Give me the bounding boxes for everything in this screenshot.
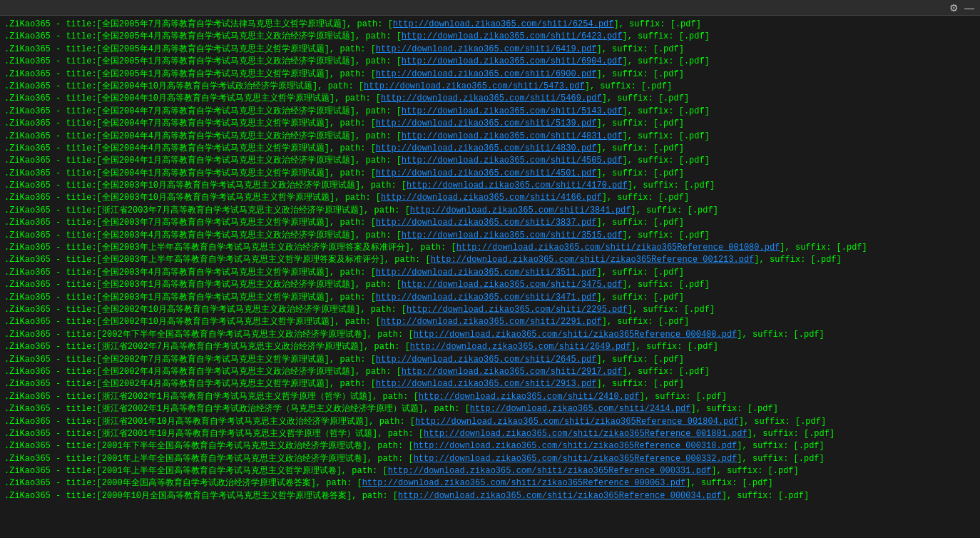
log-line: .ZiKao365 - title:[全国2004年4月高等教育自学考试马克思主…: [4, 131, 976, 143]
log-link[interactable]: http://download.zikao365.com/shiti/zikao…: [424, 429, 747, 439]
log-line: .ZiKao365 - title:[全国2003年4月高等教育自学考试马克思主…: [4, 230, 976, 242]
log-link[interactable]: http://download.zikao365.com/shiti/4170.…: [407, 181, 628, 191]
log-link[interactable]: http://download.zikao365.com/shiti/4501.…: [376, 168, 597, 178]
log-link[interactable]: http://download.zikao365.com/shiti/2913.…: [376, 379, 597, 389]
log-link[interactable]: http://download.zikao365.com/shiti/3471.…: [376, 293, 597, 303]
log-line: .ZiKao365 - title:[全国2005年1月高等教育自学考试马克思主…: [4, 68, 976, 81]
log-link[interactable]: http://download.zikao365.com/shiti/2414.…: [470, 404, 691, 414]
log-link[interactable]: http://download.zikao365.com/shiti/3475.…: [402, 280, 623, 290]
log-link[interactable]: http://download.zikao365.com/shiti/5469.…: [381, 93, 602, 103]
log-line: .ZiKao365 - title:[2001年上半年全国高等教育自学考试马克思…: [4, 465, 976, 477]
log-line: .ZiKao365 - title:[全国2003年1月高等教育自学考试马克思主…: [4, 292, 976, 304]
log-link[interactable]: http://download.zikao365.com/shiti/5139.…: [376, 118, 597, 128]
log-link[interactable]: http://download.zikao365.com/shiti/6900.…: [376, 69, 597, 79]
log-line: .ZiKao365 - title:[2000年10月全国高等教育自学考试马克思…: [4, 490, 976, 502]
log-line: .ZiKao365 - title:[2002年下半年全国高等教育自学考试马克思…: [4, 329, 976, 341]
log-line: .ZiKao365 - title:[浙江省2002年1月高等教育自学考试马克思…: [4, 391, 976, 403]
log-line: .ZiKao365 - title:[全国2003年10月高等教育自学考试马克思…: [4, 192, 976, 204]
log-link[interactable]: http://download.zikao365.com/shiti/6254.…: [393, 19, 614, 29]
log-line: .ZiKao365 - title:[2000年全国高等教育自学考试政治经济学原…: [4, 477, 976, 489]
log-link[interactable]: http://download.zikao365.com/shiti/2917.…: [402, 367, 623, 377]
log-line: .ZiKao365 - title:[全国2003年上半年高等教育自学考试马克思…: [4, 254, 976, 266]
log-line: .ZiKao365 - title:[全国2005年4月高等教育自学考试马克思主…: [4, 44, 976, 56]
log-line: .ZiKao365 - title:[全国2002年10月高等教育自学考试马克思…: [4, 304, 976, 316]
log-line: .ZiKao365 - title:[全国2005年7月高等教育自学考试法律马克…: [4, 19, 976, 31]
log-line: .ZiKao365 - title:[浙江省2001年10月高等教育自学考试马克…: [4, 416, 976, 428]
log-link[interactable]: http://download.zikao365.com/shiti/2291.…: [381, 317, 602, 327]
log-line: .ZiKao365 - title:[全国2002年4月高等教育自学考试马克思主…: [4, 378, 976, 390]
log-line: .ZiKao365 - title:[全国2002年4月高等教育自学考试马克思主…: [4, 366, 976, 378]
log-link[interactable]: http://download.zikao365.com/shiti/6419.…: [376, 44, 597, 54]
log-link[interactable]: http://download.zikao365.com/shiti/zikao…: [398, 491, 722, 501]
minimize-button[interactable]: —: [964, 3, 974, 13]
log-line: .ZiKao365 - title:[全国2005年1月高等教育自学考试马克思主…: [4, 56, 976, 68]
log-line: .ZiKao365 - title:[全国2004年7月高等教育自学考试马克思主…: [4, 106, 976, 118]
log-link[interactable]: http://download.zikao365.com/shiti/6904.…: [402, 56, 623, 66]
log-line: .ZiKao365 - title:[全国2002年10月高等教育自学考试马克思…: [4, 316, 976, 328]
log-line: .ZiKao365 - title:[2001年下半年全国高等教育自学考试马克思…: [4, 440, 976, 452]
log-line: .ZiKao365 - title:[全国2004年1月高等教育自学考试马克思主…: [4, 155, 976, 167]
log-link[interactable]: http://download.zikao365.com/shiti/zikao…: [456, 243, 780, 253]
log-line: .ZiKao365 - title:[浙江省2001年10月高等教育自学考试马克…: [4, 428, 976, 440]
log-line: .ZiKao365 - title:[全国2003年10月高等教育自学考试马克思…: [4, 180, 976, 192]
log-line: .ZiKao365 - title:[全国2003年7月高等教育自学考试马克思主…: [4, 217, 976, 229]
log-link[interactable]: http://download.zikao365.com/shiti/2645.…: [376, 355, 597, 365]
log-link[interactable]: http://download.zikao365.com/shiti/zikao…: [414, 330, 737, 340]
log-line: .ZiKao365 - title:[浙江省2002年1月高等教育自学考试政治经…: [4, 403, 976, 415]
log-link[interactable]: http://download.zikao365.com/shiti/6423.…: [402, 31, 623, 41]
log-link[interactable]: http://download.zikao365.com/shiti/4831.…: [402, 131, 623, 141]
log-link[interactable]: http://download.zikao365.com/shiti/3841.…: [410, 205, 631, 215]
log-link[interactable]: http://download.zikao365.com/shiti/4830.…: [376, 143, 597, 153]
log-link[interactable]: http://download.zikao365.com/shiti/3511.…: [376, 268, 597, 278]
log-link[interactable]: http://download.zikao365.com/shiti/5473.…: [364, 81, 585, 91]
log-line: .ZiKao365 - title:[浙江省2003年7月高等教育自学考试马克思…: [4, 205, 976, 217]
log-line: .ZiKao365 - title:[浙江省2002年7月高等教育自学考试马克思…: [4, 341, 976, 353]
log-link[interactable]: http://download.zikao365.com/shiti/2410.…: [419, 392, 640, 402]
log-line: .ZiKao365 - title:[全国2003年上半年高等教育自学考试马克思…: [4, 242, 976, 254]
gear-button[interactable]: ⚙: [949, 3, 959, 13]
log-line: .ZiKao365 - title:[全国2003年1月高等教育自学考试马克思主…: [4, 279, 976, 291]
log-line: .ZiKao365 - title:[全国2004年7月高等教育自学考试马克思主…: [4, 118, 976, 130]
log-link[interactable]: http://download.zikao365.com/shiti/2649.…: [410, 342, 631, 352]
log-link[interactable]: http://download.zikao365.com/shiti/zikao…: [414, 441, 737, 451]
log-link[interactable]: http://download.zikao365.com/shiti/4166.…: [381, 193, 602, 203]
log-link[interactable]: http://download.zikao365.com/shiti/4505.…: [402, 156, 623, 166]
log-link[interactable]: http://download.zikao365.com/shiti/zikao…: [388, 466, 712, 476]
log-link[interactable]: http://download.zikao365.com/shiti/5143.…: [402, 106, 623, 116]
log-line: .ZiKao365 - title:[全国2003年4月高等教育自学考试马克思主…: [4, 267, 976, 279]
log-link[interactable]: http://download.zikao365.com/shiti/2295.…: [407, 305, 628, 315]
log-link[interactable]: http://download.zikao365.com/shiti/3515.…: [402, 230, 623, 240]
log-line: .ZiKao365 - title:[全国2005年4月高等教育自学考试马克思主…: [4, 31, 976, 43]
log-link[interactable]: http://download.zikao365.com/shiti/zikao…: [362, 478, 686, 488]
log-line: .ZiKao365 - title:[2001年上半年全国高等教育自学考试马克思…: [4, 453, 976, 465]
title-bar: ⚙ —: [0, 0, 980, 16]
log-line: .ZiKao365 - title:[全国2004年1月高等教育自学考试马克思主…: [4, 168, 976, 180]
log-line: .ZiKao365 - title:[全国2004年10月高等教育自学考试马克思…: [4, 93, 976, 105]
log-link[interactable]: http://download.zikao365.com/shiti/zikao…: [415, 417, 739, 427]
terminal-body[interactable]: .ZiKao365 - title:[全国2005年7月高等教育自学考试法律马克…: [0, 16, 980, 538]
log-line: .ZiKao365 - title:[全国2004年10月高等教育自学考试政治经…: [4, 81, 976, 93]
log-link[interactable]: http://download.zikao365.com/shiti/3837.…: [376, 218, 597, 228]
log-link[interactable]: http://download.zikao365.com/shiti/zikao…: [431, 255, 755, 265]
log-line: .ZiKao365 - title:[全国2004年4月高等教育自学考试马克思主…: [4, 143, 976, 155]
log-link[interactable]: http://download.zikao365.com/shiti/zikao…: [414, 454, 737, 464]
log-line: .ZiKao365 - title:[全国2002年7月高等教育自学考试马克思主…: [4, 354, 976, 366]
